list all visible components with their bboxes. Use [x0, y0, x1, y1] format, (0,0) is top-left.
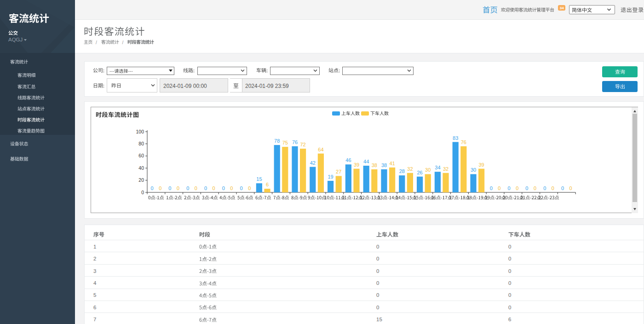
svg-text:32: 32: [407, 166, 413, 172]
svg-text:0: 0: [569, 185, 572, 191]
svg-text:0: 0: [508, 185, 511, 191]
svg-text:76: 76: [292, 139, 298, 145]
svg-text:15: 15: [256, 176, 262, 182]
svg-text:0: 0: [168, 185, 171, 191]
svg-text:42: 42: [310, 160, 316, 166]
svg-text:27: 27: [336, 169, 341, 174]
svg-text:46: 46: [345, 157, 351, 163]
svg-text:60: 60: [138, 153, 144, 158]
svg-text:78: 78: [274, 138, 280, 144]
svg-text:28: 28: [399, 168, 405, 174]
svg-text:72: 72: [300, 142, 305, 147]
svg-text:20: 20: [138, 177, 144, 183]
svg-text:30: 30: [425, 167, 431, 173]
svg-text:100: 100: [136, 129, 144, 134]
svg-text:39: 39: [478, 162, 484, 168]
svg-text:76: 76: [461, 139, 466, 145]
svg-text:26: 26: [417, 170, 422, 175]
svg-text:40: 40: [138, 165, 144, 171]
svg-text:38: 38: [372, 162, 377, 168]
svg-text:44: 44: [363, 159, 369, 164]
svg-text:0: 0: [240, 185, 243, 191]
svg-text:80: 80: [138, 141, 144, 146]
svg-text:34: 34: [435, 165, 440, 170]
svg-text:0: 0: [498, 185, 500, 191]
svg-text:38: 38: [381, 162, 387, 168]
svg-text:32: 32: [443, 166, 448, 172]
svg-text:0: 0: [186, 185, 189, 191]
svg-text:0: 0: [525, 185, 528, 191]
svg-text:0: 0: [490, 185, 493, 191]
svg-text:0: 0: [159, 185, 161, 191]
svg-text:83: 83: [453, 135, 458, 141]
svg-text:0: 0: [141, 190, 144, 195]
svg-text:0: 0: [177, 185, 179, 191]
svg-text:19: 19: [328, 174, 333, 179]
svg-text:64: 64: [318, 147, 323, 152]
svg-text:0: 0: [222, 185, 225, 191]
svg-text:0: 0: [195, 185, 197, 191]
svg-text:30: 30: [471, 167, 476, 173]
svg-text:0: 0: [204, 185, 207, 191]
svg-text:0: 0: [552, 185, 554, 191]
svg-text:0: 0: [151, 185, 154, 191]
svg-text:6: 6: [266, 182, 269, 187]
svg-text:41: 41: [389, 161, 395, 166]
svg-text:0: 0: [248, 185, 251, 191]
svg-text:0: 0: [561, 185, 564, 191]
svg-text:0: 0: [213, 185, 215, 191]
svg-text:39: 39: [354, 162, 359, 168]
svg-text:0: 0: [516, 185, 518, 191]
svg-text:0: 0: [543, 185, 546, 191]
svg-text:0: 0: [534, 185, 536, 191]
svg-text:0: 0: [230, 185, 233, 191]
svg-text:75: 75: [282, 140, 288, 145]
